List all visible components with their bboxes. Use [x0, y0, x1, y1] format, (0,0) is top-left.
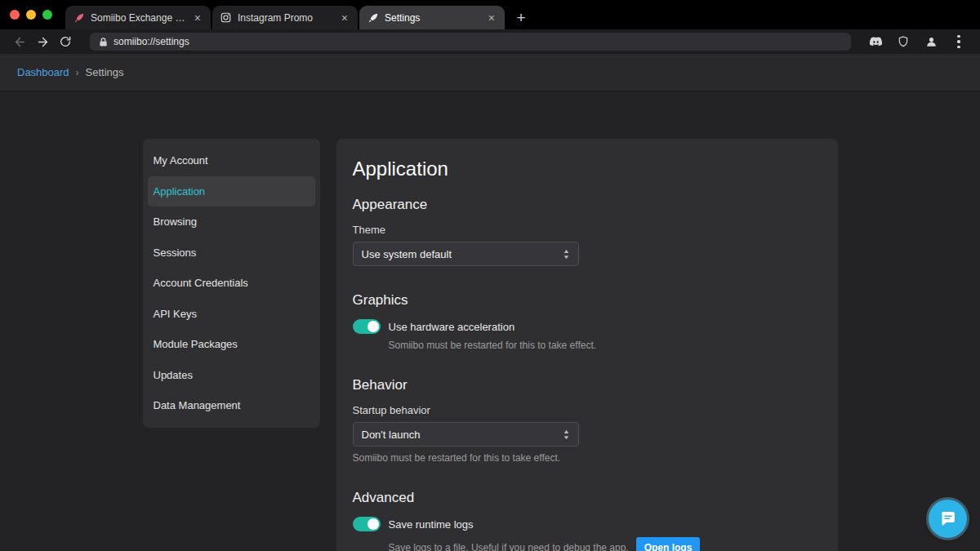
account-button[interactable]	[920, 31, 942, 52]
breadcrumb-separator: ›	[76, 67, 79, 78]
theme-label: Theme	[353, 224, 822, 236]
back-button[interactable]	[8, 31, 31, 52]
sidebar-item-updates[interactable]: Updates	[143, 360, 320, 391]
hardware-acceleration-toggle[interactable]	[353, 319, 381, 334]
somiibo-icon	[367, 12, 379, 24]
window-tab-bar: Somiibo Exchange Platform × Instagram Pr…	[0, 0, 980, 29]
settings-page: My Account Application Browsing Sessions…	[0, 91, 980, 551]
hardware-acceleration-label: Use hardware acceleration	[389, 321, 515, 333]
toolbar-right-icons	[864, 31, 972, 52]
breadcrumb-current: Settings	[86, 66, 124, 78]
hardware-acceleration-row: Use hardware acceleration	[353, 319, 822, 334]
address-bar[interactable]	[90, 33, 851, 51]
rocket-icon	[73, 12, 85, 24]
open-logs-button[interactable]: Open logs	[636, 537, 701, 551]
forward-icon	[36, 35, 50, 49]
tab-label: Settings	[385, 12, 480, 24]
save-runtime-logs-row: Save runtime logs	[353, 517, 822, 531]
startup-behavior-label: Startup behavior	[353, 404, 822, 416]
behavior-helper-text: Somiibo must be restarted for this to ta…	[353, 452, 822, 464]
url-input[interactable]	[114, 36, 842, 47]
account-icon	[924, 35, 938, 49]
appearance-heading: Appearance	[353, 197, 822, 213]
reload-icon	[59, 35, 72, 48]
application-settings-panel: Application Appearance Theme Use system …	[336, 139, 838, 551]
graphics-helper-text: Somiibo must be restarted for this to ta…	[389, 340, 822, 351]
minimize-window-button[interactable]	[26, 10, 36, 20]
graphics-heading: Graphics	[353, 292, 822, 309]
shield-button[interactable]	[892, 31, 915, 52]
browser-toolbar	[0, 29, 980, 54]
tab-strip: Somiibo Exchange Platform × Instagram Pr…	[65, 6, 505, 29]
save-runtime-logs-label: Save runtime logs	[389, 518, 474, 531]
menu-button[interactable]	[947, 31, 970, 52]
chat-support-button[interactable]	[929, 500, 967, 538]
back-icon	[13, 35, 27, 49]
tab-settings[interactable]: Settings ×	[359, 6, 505, 29]
kebab-menu-icon	[957, 35, 960, 49]
close-tab-icon[interactable]: ×	[486, 11, 497, 24]
forward-button[interactable]	[31, 31, 54, 52]
tab-instagram-promo[interactable]: Instagram Promo ×	[212, 6, 358, 29]
shield-icon	[897, 35, 910, 48]
discord-button[interactable]	[864, 31, 887, 52]
traffic-lights	[0, 0, 65, 29]
sidebar-item-browsing[interactable]: Browsing	[143, 207, 320, 238]
sidebar-item-sessions[interactable]: Sessions	[143, 238, 320, 269]
select-updown-icon	[563, 249, 570, 260]
select-updown-icon	[563, 429, 570, 440]
close-window-button[interactable]	[10, 10, 20, 20]
close-tab-icon[interactable]: ×	[192, 11, 203, 24]
tab-label: Instagram Promo	[238, 12, 333, 24]
settings-sidebar: My Account Application Browsing Sessions…	[143, 139, 320, 428]
startup-behavior-select[interactable]: Don't launch	[353, 422, 579, 447]
reload-button[interactable]	[54, 31, 77, 52]
tab-label: Somiibo Exchange Platform	[91, 12, 186, 24]
save-runtime-logs-toggle[interactable]	[353, 517, 381, 531]
lock-icon[interactable]	[99, 37, 108, 47]
close-tab-icon[interactable]: ×	[339, 11, 350, 24]
advanced-helper-text: Save logs to a file. Useful if you need …	[389, 542, 629, 551]
sidebar-item-application[interactable]: Application	[148, 176, 315, 207]
zoom-window-button[interactable]	[42, 10, 52, 20]
sidebar-item-account-credentials[interactable]: Account Credentials	[143, 268, 320, 299]
breadcrumb-dashboard-link[interactable]: Dashboard	[17, 66, 69, 78]
new-tab-button[interactable]: +	[510, 7, 532, 29]
sidebar-item-module-packages[interactable]: Module Packages	[143, 329, 320, 360]
sidebar-item-data-management[interactable]: Data Management	[143, 390, 320, 421]
startup-behavior-select-value: Don't launch	[362, 429, 421, 441]
breadcrumb: Dashboard › Settings	[0, 54, 980, 91]
theme-select-value: Use system default	[362, 248, 452, 260]
behavior-heading: Behavior	[353, 377, 822, 393]
sidebar-item-api-keys[interactable]: API Keys	[143, 299, 320, 330]
discord-icon	[868, 34, 884, 50]
tab-somiibo-exchange[interactable]: Somiibo Exchange Platform ×	[65, 6, 211, 29]
sidebar-item-my-account[interactable]: My Account	[143, 145, 320, 176]
theme-select[interactable]: Use system default	[353, 242, 579, 266]
advanced-heading: Advanced	[353, 490, 822, 506]
chat-bubble-icon	[938, 509, 958, 529]
advanced-helper-row: Save logs to a file. Useful if you need …	[389, 537, 822, 551]
instagram-icon	[220, 12, 232, 23]
page-title: Application	[353, 158, 822, 180]
